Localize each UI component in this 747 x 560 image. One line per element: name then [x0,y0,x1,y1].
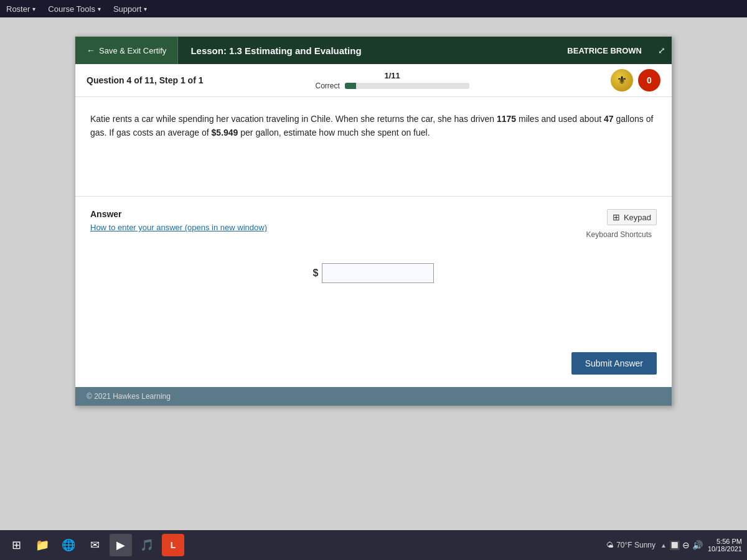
support-nav-item[interactable]: Support ▾ [113,4,148,14]
lesson-footer: © 2021 Hawkes Learning [75,387,672,406]
question-text-part2: miles and used about [519,114,601,124]
support-chevron-icon: ▾ [144,6,147,12]
question-info-bar: Question 4 of 11, Step 1 of 1 1/11 Corre… [75,64,672,97]
taskbar-hawkes-icon[interactable]: L [162,534,184,556]
question-body: Katie rents a car while spending her vac… [75,97,672,197]
clock-date: 10/18/2021 [708,545,742,553]
roster-nav-item[interactable]: Roster ▾ [6,4,35,14]
top-navigation: Roster ▾ Course Tools ▾ Support ▾ [0,0,747,17]
keypad-label: Keypad [624,213,651,222]
answer-section: Answer How to enter your answer (opens i… [75,197,672,346]
course-tools-label: Course Tools [48,4,95,14]
lesson-container: ← Save & Exit Certify Lesson: 1.3 Estima… [75,36,672,406]
save-exit-button[interactable]: ← Save & Exit Certify [75,37,178,64]
question-miles-value: 1175 [497,114,516,124]
progress-correct-row: Correct [315,82,469,90]
keypad-button[interactable]: ⊞ Keypad [607,209,657,225]
taskbar-email-icon[interactable]: ✉ [83,534,106,556]
progress-bar-container [345,83,469,89]
clock-time: 5:56 PM [708,538,742,545]
progress-section: 1/11 Correct [315,71,469,90]
lesson-title: Lesson: 1.3 Estimating and Evaluating [178,45,557,56]
back-arrow-icon: ← [87,45,95,55]
badge-gold: ⚜ [611,69,633,91]
submit-area: Submit Answer [75,346,672,387]
course-tools-nav-item[interactable]: Course Tools ▾ [48,4,101,14]
speaker-icon[interactable]: 🔊 [692,540,703,550]
taskbar-start-icon[interactable]: ⊞ [5,534,27,556]
answer-input[interactable] [322,263,434,283]
clock-area: 5:56 PM 10/18/2021 [708,538,742,553]
keypad-area: ⊞ Keypad Keyboard Shortcuts [581,209,657,241]
weather-icon: 🌤 [606,541,614,549]
progress-status: Correct [315,82,339,90]
save-exit-label: Save & Exit Certify [99,46,166,55]
keyboard-shortcuts-link[interactable]: Keyboard Shortcuts [581,228,657,241]
taskbar-app-icon[interactable]: ▶ [110,534,132,556]
taskbar-media-icon[interactable]: 🎵 [136,534,158,556]
answer-help-link[interactable]: How to enter your answer (opens in new w… [90,223,267,232]
roster-label: Roster [6,4,30,14]
answer-label: Answer [90,209,657,219]
battery-icon: ⊖ [682,540,690,550]
network-icon: 🔲 [669,540,680,550]
badge-heart: 0 [638,69,660,91]
expand-icon[interactable]: ⤢ [652,45,672,55]
question-price-value: $5.949 [212,128,238,138]
lesson-header: ← Save & Exit Certify Lesson: 1.3 Estima… [75,37,672,64]
question-text: Katie rents a car while spending her vac… [90,112,657,140]
taskbar-right-area: 🌤 70°F Sunny ▲ 🔲 ⊖ 🔊 5:56 PM 10/18/2021 [606,538,742,553]
taskbar-file-icon[interactable]: 📁 [31,534,54,556]
progress-bar-fill [345,83,356,89]
copyright-text: © 2021 Hawkes Learning [87,392,171,401]
roster-chevron-icon: ▾ [32,6,35,12]
taskbar: ⊞ 📁 🌐 ✉ ▶ 🎵 L 🌤 70°F Sunny ▲ 🔲 ⊖ 🔊 5:56 … [0,530,747,560]
support-label: Support [113,4,142,14]
course-tools-chevron-icon: ▾ [98,6,101,12]
question-text-part1: Katie rents a car while spending her vac… [90,114,494,124]
weather-text: 70°F Sunny [616,541,655,549]
question-label: Question 4 of 11, Step 1 of 1 [87,75,203,85]
question-text-part4: per gallon, estimate how much she spent … [240,128,430,138]
arrow-up-icon[interactable]: ▲ [660,542,667,549]
user-name: BEATRICE BROWN [557,46,652,55]
system-icons: ▲ 🔲 ⊖ 🔊 [660,540,703,550]
answer-input-row: $ [90,263,657,283]
progress-fraction: 1/11 [385,71,400,80]
taskbar-browser-icon[interactable]: 🌐 [57,534,80,556]
keypad-grid-icon: ⊞ [613,212,620,222]
dollar-sign: $ [313,268,319,279]
badge-area: ⚜ 0 [611,69,660,91]
main-content: ← Save & Exit Certify Lesson: 1.3 Estima… [0,17,747,530]
submit-answer-button[interactable]: Submit Answer [571,352,657,375]
question-gallons-value: 47 [604,114,614,124]
weather-info: 🌤 70°F Sunny [606,541,655,549]
